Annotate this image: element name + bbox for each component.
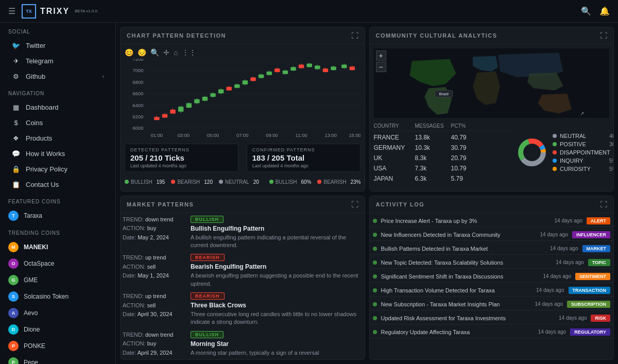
- community-panel-icons[interactable]: ⛶: [600, 31, 607, 40]
- featured-coin-taraxa[interactable]: T Taraxa: [0, 207, 115, 224]
- coin-item-maneki[interactable]: M MANEKI: [0, 239, 115, 255]
- legend-area: BULLISH 195 BEARISH 120 NEUTRAL: [125, 175, 360, 187]
- activity-text: High Transaction Volume Detected for Tar…: [381, 287, 533, 293]
- country-table-header: COUNTRY MESSAGES PCT%: [374, 121, 511, 131]
- activity-dot: [373, 302, 377, 306]
- coin-item-solcasino[interactable]: S Solcasino Token: [0, 288, 115, 305]
- svg-rect-53: [274, 68, 280, 72]
- sidebar-item-coins[interactable]: $ Coins: [3, 115, 112, 130]
- pattern-trend: down trend: [145, 332, 173, 338]
- bullish-label: BULLISH: [131, 179, 152, 185]
- coin-avatar: D: [8, 324, 19, 335]
- activity-tag: SUBSCRIPTION: [567, 301, 610, 308]
- sidebar-item-contact-us[interactable]: 📋 Contact Us: [3, 177, 112, 192]
- smiley-icon[interactable]: 😊: [125, 48, 133, 57]
- activity-text: Significant Sentiment Shift in Taraxa Di…: [381, 273, 539, 280]
- coin-label: Aevo: [24, 309, 38, 317]
- sad-icon[interactable]: 😔: [138, 48, 146, 57]
- sidebar-item-dashboard[interactable]: ▦ Dashboard: [3, 100, 112, 115]
- coin-item-gme[interactable]: G GME: [0, 272, 115, 288]
- logo: TX TRIXY BETA v1.0.0: [22, 4, 97, 19]
- crosshair-icon[interactable]: ✛: [163, 48, 169, 57]
- activity-panel-title: ACTIVITY LOG: [376, 201, 425, 207]
- sidebar-item-label: How it Works: [26, 150, 65, 158]
- map-zoom-in[interactable]: +: [376, 50, 386, 61]
- pattern-desc: Three consecutive long red candles with …: [191, 310, 363, 326]
- country-pct: 10.79: [451, 165, 477, 172]
- nav-label: Navigation: [0, 84, 115, 99]
- menu-icon[interactable]: ☰: [8, 6, 15, 16]
- sidebar-item-telegram[interactable]: ✈ Telegram: [3, 54, 112, 68]
- topbar-right: 🔍 🔔: [581, 6, 610, 16]
- coin-item-aevo[interactable]: A Aevo: [0, 305, 115, 321]
- pattern-trend: down trend: [145, 216, 173, 222]
- sidebar-item-github[interactable]: ⚙ Github ›: [3, 69, 112, 84]
- activity-panel-icons[interactable]: ⛶: [600, 200, 607, 209]
- svg-rect-57: [290, 67, 296, 71]
- country-messages: 7.3k: [415, 165, 451, 172]
- coin-item-ponke[interactable]: P PONKE: [0, 338, 115, 354]
- coin-item-pepe[interactable]: P Pepe: [0, 354, 115, 364]
- market-panel-icons[interactable]: ⛶: [351, 200, 358, 209]
- coin-item-dione[interactable]: D Dione: [0, 321, 115, 338]
- sidebar-item-products[interactable]: ❖ Products: [3, 131, 112, 146]
- coin-avatar: A: [8, 308, 19, 318]
- activity-text: Bullish Patterns Detected in Taraxa Mark…: [381, 246, 546, 252]
- svg-rect-59: [299, 65, 304, 68]
- activity-text: Price Increase Alert - Taraxa up by 3%: [381, 218, 551, 224]
- home-icon[interactable]: ⌂: [174, 48, 178, 57]
- sidebar-item-label: Products: [26, 134, 52, 142]
- coin-label: PONKE: [24, 342, 45, 350]
- sentiment-item-positive: POSITIVE 30%: [553, 141, 613, 147]
- activity-tag: RISK: [591, 315, 610, 322]
- notification-icon[interactable]: 🔔: [599, 6, 610, 16]
- telegram-icon: ✈: [11, 57, 21, 65]
- neutral-label: NEUTRAL: [225, 179, 249, 185]
- activity-time: 14 days ago: [550, 246, 578, 251]
- pattern-date: April 29, 2024: [138, 350, 173, 356]
- sidebar-item-twitter[interactable]: 🐦 Twitter: [3, 38, 112, 53]
- sentiment-label: NEUTRAL: [560, 133, 606, 139]
- activity-dot: [373, 261, 377, 265]
- social-label: Social: [0, 23, 115, 38]
- coin-avatar: O: [8, 258, 19, 269]
- country-row: GERMANY 10.3k 30.79: [374, 143, 511, 153]
- sentiment-item-disappointment: DISAPPOINTMENT 20%: [553, 149, 613, 155]
- country-pct: 20.79: [451, 154, 477, 162]
- svg-text:6000: 6000: [133, 126, 144, 131]
- logo-box: TX: [22, 4, 36, 19]
- country-messages: 13.8k: [415, 134, 451, 141]
- svg-rect-47: [250, 78, 255, 81]
- chart-panel-icons[interactable]: ⛶: [351, 31, 358, 40]
- pattern-detail: BULLISH Morning Star A morning star patt…: [191, 331, 363, 358]
- activity-dot: [373, 330, 377, 334]
- map-zoom-out[interactable]: −: [376, 62, 386, 72]
- pattern-trend: up trend: [145, 254, 166, 261]
- activity-dot: [373, 316, 377, 320]
- activity-time: 14 days ago: [536, 287, 564, 293]
- pattern-item: TREND: down trend ACTION: buy Date: May …: [123, 215, 363, 250]
- svg-rect-63: [315, 65, 320, 69]
- coin-item-octaspace[interactable]: O OctaSpace: [0, 255, 115, 272]
- community-panel-body: + −: [370, 44, 614, 191]
- chevron-right-icon: ›: [102, 74, 104, 79]
- zoom-icon[interactable]: 🔍: [150, 48, 159, 57]
- neutral-dot: [219, 180, 223, 184]
- sidebar-item-how-it-works[interactable]: 💬 How it Works: [3, 146, 112, 161]
- pattern-detail: BULLISH Bullish Engulfing Pattern A bull…: [191, 215, 363, 250]
- pattern-name: Bearish Engulfing Pattern: [191, 263, 363, 270]
- search-icon[interactable]: 🔍: [581, 6, 591, 16]
- sidebar-item-privacy-policy[interactable]: 🔒 Privacy Policy: [3, 162, 112, 177]
- country-messages: 6.3k: [415, 175, 451, 182]
- beta-badge: BETA v1.0.0: [75, 9, 97, 13]
- coin-avatar: T: [8, 211, 19, 221]
- activity-tag: MARKET: [582, 245, 611, 252]
- col-country: COUNTRY: [374, 123, 415, 129]
- topbar: ☰ TX TRIXY BETA v1.0.0 🔍 🔔: [0, 0, 618, 23]
- legend-right: BULLISH 60% BEARISH 23% NEUTRAL: [269, 177, 365, 185]
- activity-row: High Transaction Volume Detected for Tar…: [370, 285, 614, 297]
- svg-rect-23: [154, 117, 159, 120]
- activity-text: Regulatory Update Affecting Taraxa: [381, 329, 534, 335]
- country-name: GERMANY: [374, 144, 415, 151]
- menu-dots-icon[interactable]: ⋮⋮: [182, 48, 196, 57]
